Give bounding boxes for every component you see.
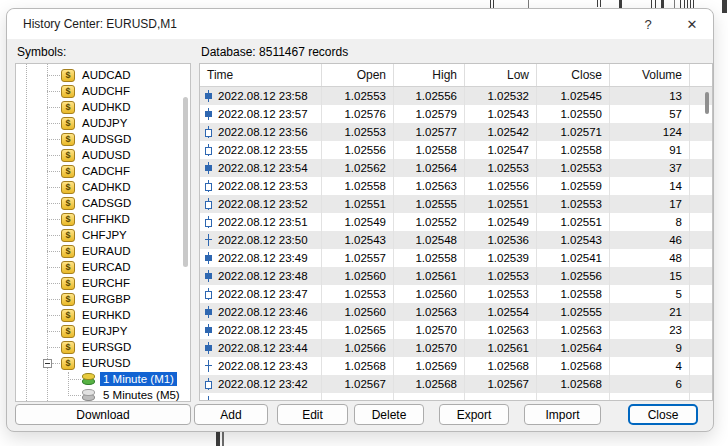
tree-item-audjpy[interactable]: $AUDJPY: [16, 115, 190, 131]
cell-filler: [690, 213, 712, 231]
tree-item-euraud[interactable]: $EURAUD: [16, 243, 190, 259]
cell-close: 1.02555: [537, 303, 610, 321]
table-row[interactable]: 2022.08.12 23:581.025531.025561.025321.0…: [200, 87, 712, 105]
cell-time: 2022.08.12 23:50: [200, 231, 322, 249]
currency-symbol-icon: $: [61, 69, 75, 82]
tree-item-eurjpy[interactable]: $EURJPY: [16, 323, 190, 339]
tree-item-audusd[interactable]: $AUDUSD: [16, 147, 190, 163]
tree-item-cadhkd[interactable]: $CADHKD: [16, 179, 190, 195]
cell-high: 1.02556: [394, 87, 465, 105]
cell-low: 1.02551: [465, 195, 537, 213]
currency-symbol-icon: $: [61, 165, 75, 178]
table-row[interactable]: 2022.08.12 23:511.025491.025521.025491.0…: [200, 213, 712, 231]
table-row[interactable]: 2022.08.12 23:551.025561.025581.025471.0…: [200, 141, 712, 159]
tree-item-audcad[interactable]: $AUDCAD: [16, 67, 190, 83]
tree-connector: [47, 171, 60, 172]
collapse-toggle-icon[interactable]: [43, 359, 52, 368]
table-row[interactable]: 2022.08.12 23:491.025571.025581.025391.0…: [200, 249, 712, 267]
cell-filler: [690, 231, 712, 249]
column-header-low[interactable]: Low: [465, 64, 537, 86]
tree-item-eurusd[interactable]: $EURUSD: [16, 355, 190, 371]
chart-tick-mark: [651, 0, 652, 8]
table-row[interactable]: 2022.08.12 23:521.025511.025551.025511.0…: [200, 195, 712, 213]
tree-item-audchf[interactable]: $AUDCHF: [16, 83, 190, 99]
table-row[interactable]: 2022.08.12 23:451.025651.025701.025631.0…: [200, 321, 712, 339]
cell-low: 1.02556: [465, 177, 537, 195]
tree-item-cadsgd[interactable]: $CADSGD: [16, 195, 190, 211]
tree-item-eurgbp[interactable]: $EURGBP: [16, 291, 190, 307]
add-button[interactable]: Add: [194, 404, 268, 425]
candle-hollow-icon: [205, 180, 212, 192]
cell-close: 1.02558: [537, 285, 610, 303]
currency-symbol-icon: $: [61, 293, 75, 306]
import-button[interactable]: Import: [524, 404, 601, 425]
column-header-high[interactable]: High: [394, 64, 465, 86]
close-button[interactable]: Close: [628, 404, 698, 425]
currency-symbol-icon: $: [61, 181, 75, 194]
candle-filled-icon: [205, 342, 212, 354]
cell-low: 1.02553: [465, 285, 537, 303]
table-row[interactable]: 2022.08.12 23:481.025601.025611.025531.0…: [200, 267, 712, 285]
table-row[interactable]: 2022.08.12 23:431.025681.025691.025681.0…: [200, 357, 712, 375]
column-header-close[interactable]: Close: [537, 64, 610, 86]
table-row[interactable]: 2022.08.12 23:561.025531.025771.025421.0…: [200, 123, 712, 141]
tree-item-eurcad[interactable]: $EURCAD: [16, 259, 190, 275]
candle-hollow-icon: [205, 216, 212, 228]
cell-open: 1.02565: [322, 321, 394, 339]
help-icon[interactable]: ?: [633, 11, 663, 37]
tree-connector: [47, 315, 60, 316]
table-row[interactable]: 2022.08.12 23:421.025671.025681.025671.0…: [200, 375, 712, 393]
cell-volume: 5: [610, 285, 690, 303]
tree-item-label: CHFJPY: [79, 228, 130, 242]
tree-item-5-minutes-m5-[interactable]: 5 Minutes (M5): [16, 387, 190, 402]
column-header-open[interactable]: Open: [322, 64, 394, 86]
close-icon[interactable]: ✕: [677, 11, 707, 37]
export-button[interactable]: Export: [439, 404, 509, 425]
table-row[interactable]: 2022.08.12 23:571.025761.025791.025431.0…: [200, 105, 712, 123]
tree-item-label: AUDJPY: [79, 116, 130, 130]
time-value: 2022.08.12 23:46: [218, 306, 308, 318]
table-header-row: Time Open High Low Close Volume: [200, 64, 712, 87]
tree-item-eurhkd[interactable]: $EURHKD: [16, 307, 190, 323]
table-row[interactable]: [200, 393, 712, 401]
tree-scrollbar-thumb[interactable]: [183, 97, 188, 267]
download-button[interactable]: Download: [15, 404, 191, 425]
tree-item-label: AUDHKD: [79, 100, 134, 114]
delete-button[interactable]: Delete: [354, 404, 424, 425]
tree-item-eurchf[interactable]: $EURCHF: [16, 275, 190, 291]
tree-item-cadchf[interactable]: $CADCHF: [16, 163, 190, 179]
cell-low: 1.02563: [465, 321, 537, 339]
table-row[interactable]: 2022.08.12 23:501.025431.025481.025361.0…: [200, 231, 712, 249]
tree-item-audsgd[interactable]: $AUDSGD: [16, 131, 190, 147]
table-scrollbar-thumb[interactable]: [705, 92, 709, 114]
dialog-title: History Center: EURUSD,M1: [23, 17, 177, 31]
column-header-time[interactable]: Time: [200, 64, 322, 86]
tree-item-label: CHFHKD: [79, 212, 133, 226]
cell-volume: 23: [610, 321, 690, 339]
table-row[interactable]: 2022.08.12 23:471.025531.025601.025531.0…: [200, 285, 712, 303]
column-header-volume[interactable]: Volume: [610, 64, 690, 86]
table-row[interactable]: 2022.08.12 23:441.025661.025701.025611.0…: [200, 339, 712, 357]
symbols-tree-panel: $AUDCAD$AUDCHF$AUDHKD$AUDJPY$AUDSGD$AUDU…: [15, 63, 191, 402]
table-row[interactable]: 2022.08.12 23:461.025601.025631.025541.0…: [200, 303, 712, 321]
currency-symbol-icon: $: [61, 85, 75, 98]
cell-time: 2022.08.12 23:45: [200, 321, 322, 339]
tree-item-eursgd[interactable]: $EURSGD: [16, 339, 190, 355]
table-row[interactable]: 2022.08.12 23:531.025581.025631.025561.0…: [200, 177, 712, 195]
cell-high: 1.02563: [394, 177, 465, 195]
tree-connector: [47, 347, 60, 348]
tree-item-audhkd[interactable]: $AUDHKD: [16, 99, 190, 115]
tree-item-1-minute-m1-[interactable]: 1 Minute (M1): [16, 371, 190, 387]
candle-filled-icon: [205, 252, 212, 264]
cell-filler: [690, 249, 712, 267]
edit-button[interactable]: Edit: [277, 404, 348, 425]
cell-low: 1.02553: [465, 159, 537, 177]
tree-item-chfjpy[interactable]: $CHFJPY: [16, 227, 190, 243]
cell-filler: [690, 123, 712, 141]
tree-item-label: AUDCAD: [79, 68, 134, 82]
time-value: 2022.08.12 23:56: [218, 126, 308, 138]
history-rows: 2022.08.12 23:581.025531.025561.025321.0…: [200, 87, 712, 401]
cell-volume: 37: [610, 159, 690, 177]
table-row[interactable]: 2022.08.12 23:541.025621.025641.025531.0…: [200, 159, 712, 177]
tree-item-chfhkd[interactable]: $CHFHKD: [16, 211, 190, 227]
